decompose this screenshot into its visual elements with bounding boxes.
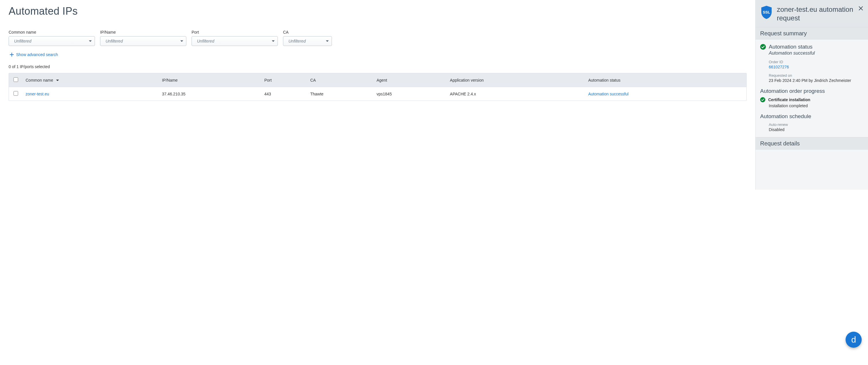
header-port[interactable]: Port	[261, 73, 307, 87]
header-ca[interactable]: CA	[307, 73, 374, 87]
order-progress-heading: Automation order progress	[760, 88, 863, 94]
order-id-label: Order ID	[769, 60, 863, 64]
header-ip-name[interactable]: IP/Name	[159, 73, 261, 87]
requested-on-value: 23 Feb 2024 2:40 PM by Jindrich Zechmeis…	[769, 78, 863, 83]
requested-on-label: Requested on	[769, 73, 863, 77]
filter-label-ip-name: IP/Name	[100, 30, 186, 34]
schedule-heading: Automation schedule	[760, 113, 863, 120]
close-icon[interactable]	[858, 6, 863, 12]
svg-point-2	[760, 97, 765, 102]
filter-label-port: Port	[191, 30, 278, 34]
filter-placeholder: Unfiltered	[197, 39, 214, 43]
automation-status-label: Automation status	[769, 44, 812, 50]
cell-port: 443	[261, 87, 307, 101]
sort-desc-icon	[56, 79, 59, 81]
cert-install-label: Certificate installation	[768, 97, 810, 102]
common-name-link[interactable]: zoner-test.eu	[26, 92, 49, 96]
plus-icon	[10, 53, 14, 57]
show-advanced-search-link[interactable]: Show advanced search	[9, 52, 58, 57]
request-summary-body: Automation status Automation successful …	[755, 40, 868, 137]
filter-select-port[interactable]: Unfiltered	[191, 36, 278, 46]
cell-ip-name: 37.46.210.35	[159, 87, 261, 101]
cell-ca: Thawte	[307, 87, 374, 101]
filter-ip-name: IP/Name Unfiltered	[100, 30, 186, 46]
selection-count: 0 of 1 IP/ports selected	[9, 64, 747, 69]
automation-status-value: Automation successful	[769, 51, 863, 56]
advanced-search-label: Show advanced search	[16, 52, 58, 57]
auto-renew-label: Auto-renew	[769, 123, 863, 127]
chevron-down-icon	[89, 40, 92, 42]
ssl-shield-icon: SSL	[760, 5, 773, 20]
success-check-icon	[760, 97, 765, 102]
filter-placeholder: Unfiltered	[288, 39, 306, 43]
filter-select-ip-name[interactable]: Unfiltered	[100, 36, 186, 46]
filter-label-common-name: Common name	[9, 30, 95, 34]
request-summary-heading: Request summary	[755, 27, 868, 40]
row-checkbox-cell	[9, 87, 23, 101]
ip-table: Common name IP/Name Port CA Agent Applic…	[9, 73, 747, 101]
details-panel: SSL zoner-test.eu automation request Req…	[755, 0, 868, 190]
request-details-heading: Request details	[755, 137, 868, 150]
header-automation-status[interactable]: Automation status	[585, 73, 746, 87]
header-app-version[interactable]: Application version	[447, 73, 585, 87]
automation-status-link[interactable]: Automation successful	[588, 92, 628, 96]
cell-app-version: APACHE 2.4.x	[447, 87, 585, 101]
page-title: Automated IPs	[9, 5, 747, 17]
header-common-name[interactable]: Common name	[23, 73, 159, 87]
chevron-down-icon	[326, 40, 329, 42]
filter-select-ca[interactable]: Unfiltered	[283, 36, 332, 46]
filter-select-common-name[interactable]: Unfiltered	[9, 36, 95, 46]
filter-placeholder: Unfiltered	[105, 39, 123, 43]
svg-point-1	[760, 44, 766, 50]
cert-install-status: Installation completed	[769, 103, 863, 108]
order-id-link[interactable]: 661027276	[769, 65, 863, 69]
filter-label-ca: CA	[283, 30, 332, 34]
panel-title: zoner-test.eu automation request	[777, 5, 863, 23]
select-all-checkbox[interactable]	[13, 77, 18, 82]
filter-row: Common name Unfiltered IP/Name Unfiltere…	[9, 30, 747, 46]
header-checkbox-cell	[9, 73, 23, 87]
auto-renew-value: Disabled	[769, 127, 863, 132]
header-agent[interactable]: Agent	[374, 73, 447, 87]
cell-common-name: zoner-test.eu	[23, 87, 159, 101]
filter-port: Port Unfiltered	[191, 30, 278, 46]
svg-text:SSL: SSL	[763, 10, 770, 14]
chevron-down-icon	[272, 40, 275, 42]
chevron-down-icon	[180, 40, 183, 42]
table-header-row: Common name IP/Name Port CA Agent Applic…	[9, 73, 746, 87]
success-check-icon	[760, 44, 766, 50]
row-checkbox[interactable]	[13, 91, 18, 96]
cell-automation-status: Automation successful	[585, 87, 746, 101]
header-common-name-label: Common name	[26, 78, 53, 82]
cell-agent: vps1845	[374, 87, 447, 101]
table-row[interactable]: zoner-test.eu 37.46.210.35 443 Thawte vp…	[9, 87, 746, 101]
filter-ca: CA Unfiltered	[283, 30, 332, 46]
filter-placeholder: Unfiltered	[14, 39, 31, 43]
panel-header: SSL zoner-test.eu automation request	[755, 0, 868, 27]
filter-common-name: Common name Unfiltered	[9, 30, 95, 46]
